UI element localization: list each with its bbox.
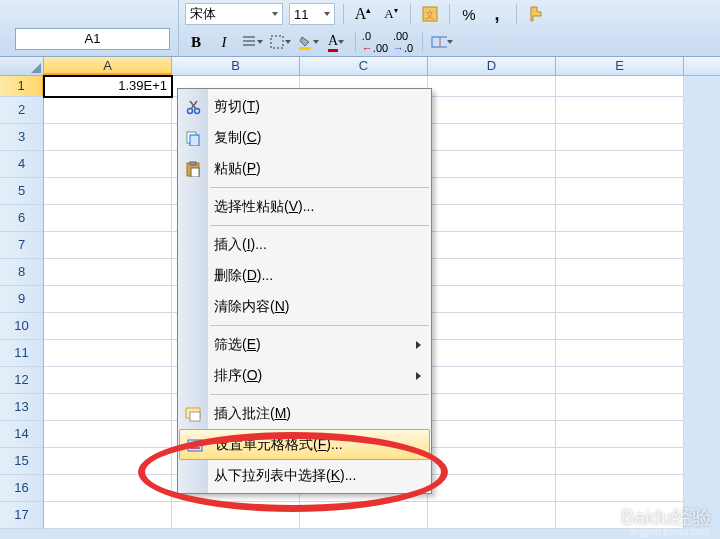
font-color-button[interactable]: A (325, 31, 347, 53)
cell-E6[interactable] (556, 205, 684, 232)
menu-item-筛选[interactable]: 筛选(E) (178, 329, 431, 360)
cell-D15[interactable] (428, 448, 556, 475)
cell-A10[interactable] (44, 313, 172, 340)
cell-D13[interactable] (428, 394, 556, 421)
cell-D9[interactable] (428, 286, 556, 313)
cell-D7[interactable] (428, 232, 556, 259)
cell-E12[interactable] (556, 367, 684, 394)
cell-C17[interactable] (300, 502, 428, 529)
fill-color-button[interactable] (297, 31, 319, 53)
cell-B17[interactable] (172, 502, 300, 529)
format-painter-button[interactable] (525, 3, 547, 25)
increase-font-button[interactable]: A▴ (352, 3, 374, 25)
comma-button[interactable]: , (486, 3, 508, 25)
cell-E10[interactable] (556, 313, 684, 340)
cell-D10[interactable] (428, 313, 556, 340)
row-header-3[interactable]: 3 (0, 124, 44, 151)
italic-button[interactable]: I (213, 31, 235, 53)
row-header-5[interactable]: 5 (0, 178, 44, 205)
menu-item-format[interactable]: 设置单元格格式(F)... (179, 429, 430, 460)
row-header-17[interactable]: 17 (0, 502, 44, 529)
cell-D2[interactable] (428, 97, 556, 124)
cell-A9[interactable] (44, 286, 172, 313)
column-header-D[interactable]: D (428, 57, 556, 75)
bold-button[interactable]: B (185, 31, 207, 53)
column-header-A[interactable]: A (44, 57, 172, 75)
cell-A13[interactable] (44, 394, 172, 421)
cell-E16[interactable] (556, 475, 684, 502)
menu-item-comment[interactable]: 插入批注(M) (178, 398, 431, 429)
cell-D14[interactable] (428, 421, 556, 448)
font-size-select[interactable]: 11 (289, 3, 335, 25)
decrease-font-button[interactable]: A▾ (380, 3, 402, 25)
cell-E8[interactable] (556, 259, 684, 286)
phonetic-button[interactable]: 文 (419, 3, 441, 25)
cell-E7[interactable] (556, 232, 684, 259)
cell-A4[interactable] (44, 151, 172, 178)
borders-button[interactable] (269, 31, 291, 53)
increase-decimal-button[interactable]: .0←.00 (364, 31, 386, 53)
row-header-8[interactable]: 8 (0, 259, 44, 286)
cell-A8[interactable] (44, 259, 172, 286)
row-header-10[interactable]: 10 (0, 313, 44, 340)
cell-A12[interactable] (44, 367, 172, 394)
column-header-C[interactable]: C (300, 57, 428, 75)
row-header-16[interactable]: 16 (0, 475, 44, 502)
column-header-E[interactable]: E (556, 57, 684, 75)
cell-A14[interactable] (44, 421, 172, 448)
row-header-12[interactable]: 12 (0, 367, 44, 394)
cell-E1[interactable] (556, 76, 684, 97)
cell-D17[interactable] (428, 502, 556, 529)
cell-A2[interactable] (44, 97, 172, 124)
row-header-1[interactable]: 1 (0, 76, 44, 97)
cell-D12[interactable] (428, 367, 556, 394)
row-header-2[interactable]: 2 (0, 97, 44, 124)
row-header-15[interactable]: 15 (0, 448, 44, 475)
cell-D4[interactable] (428, 151, 556, 178)
select-all-corner[interactable] (0, 57, 44, 75)
cell-D6[interactable] (428, 205, 556, 232)
menu-item-paste[interactable]: 粘贴(P) (178, 153, 431, 184)
cell-A17[interactable] (44, 502, 172, 529)
cell-D3[interactable] (428, 124, 556, 151)
cell-E5[interactable] (556, 178, 684, 205)
menu-item-copy[interactable]: 复制(C) (178, 122, 431, 153)
cell-E3[interactable] (556, 124, 684, 151)
cell-A16[interactable] (44, 475, 172, 502)
row-header-7[interactable]: 7 (0, 232, 44, 259)
align-button[interactable] (241, 31, 263, 53)
cell-A1[interactable]: 1.39E+1 (44, 76, 172, 97)
cell-A7[interactable] (44, 232, 172, 259)
menu-item-cut[interactable]: 剪切(T) (178, 91, 431, 122)
menu-item-从下拉列表中选择[interactable]: 从下拉列表中选择(K)... (178, 460, 431, 491)
row-header-6[interactable]: 6 (0, 205, 44, 232)
row-header-4[interactable]: 4 (0, 151, 44, 178)
cell-A6[interactable] (44, 205, 172, 232)
cell-E11[interactable] (556, 340, 684, 367)
cell-A5[interactable] (44, 178, 172, 205)
name-box[interactable]: A1 (15, 28, 170, 50)
cell-D11[interactable] (428, 340, 556, 367)
cell-A15[interactable] (44, 448, 172, 475)
cell-D5[interactable] (428, 178, 556, 205)
menu-item-排序[interactable]: 排序(O) (178, 360, 431, 391)
cell-E9[interactable] (556, 286, 684, 313)
menu-item-删除[interactable]: 删除(D)... (178, 260, 431, 291)
cell-A3[interactable] (44, 124, 172, 151)
percent-button[interactable]: % (458, 3, 480, 25)
font-name-select[interactable]: 宋体 (185, 3, 283, 25)
cell-E15[interactable] (556, 448, 684, 475)
decrease-decimal-button[interactable]: .00→.0 (392, 31, 414, 53)
menu-item-选择性粘贴[interactable]: 选择性粘贴(V)... (178, 191, 431, 222)
cell-E2[interactable] (556, 97, 684, 124)
cell-D1[interactable] (428, 76, 556, 97)
menu-item-插入[interactable]: 插入(I)... (178, 229, 431, 260)
cell-D16[interactable] (428, 475, 556, 502)
cell-E4[interactable] (556, 151, 684, 178)
cell-E14[interactable] (556, 421, 684, 448)
column-header-B[interactable]: B (172, 57, 300, 75)
cell-A11[interactable] (44, 340, 172, 367)
cell-D8[interactable] (428, 259, 556, 286)
cell-E17[interactable] (556, 502, 684, 529)
row-header-9[interactable]: 9 (0, 286, 44, 313)
